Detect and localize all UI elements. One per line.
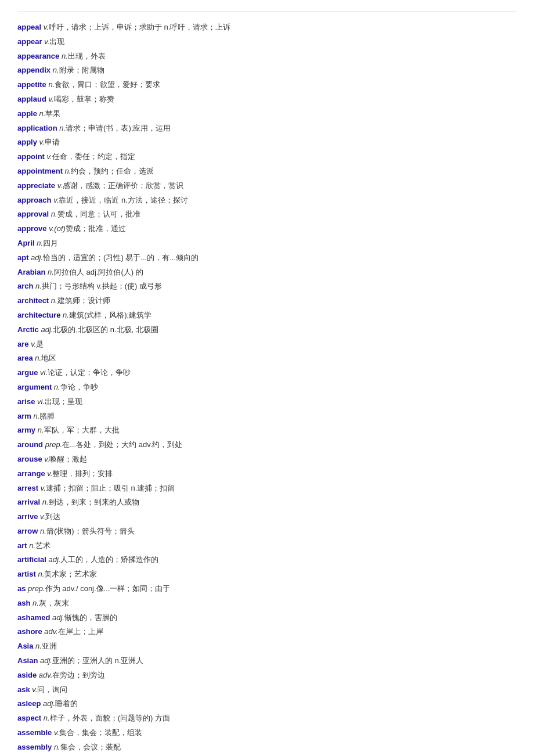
entry-def: 人工的，人造的；矫揉造作的: [60, 555, 158, 564]
entry-def: 建筑师；设计师: [57, 296, 110, 305]
dictionary-entry: appeal v.呼吁，请求；上诉，申诉；求助于 n.呼吁，请求；上诉: [17, 21, 517, 34]
dictionary-entry: artist n.美术家；艺术家: [17, 568, 517, 581]
entry-word: arm: [17, 412, 31, 420]
dictionary-entry: architecture n.建筑(式样，风格);建筑学: [17, 309, 517, 322]
entry-pos: adv.: [37, 671, 52, 679]
entry-pos: n.: [37, 109, 45, 118]
entry-def: 是: [36, 340, 44, 348]
entry-def: 靠近，接近，临近 n.方法，途径；探讨: [59, 196, 187, 204]
entry-word: appointment: [17, 167, 63, 175]
entry-pos: n.: [50, 66, 59, 74]
entry-word: art: [17, 541, 27, 550]
dictionary-entry: approval n.赞成，同意；认可，批准: [17, 208, 517, 221]
entry-pos: adj.: [39, 325, 53, 334]
dictionary-entry: approve v.(of)赞成；批准，通过: [17, 223, 517, 235]
entry-def: 睡着的: [55, 699, 78, 708]
entry-def: 申请: [45, 138, 60, 146]
entry-word: appearance: [17, 52, 59, 60]
entry-pos: v.: [29, 340, 37, 348]
entry-word: appreciate: [17, 181, 55, 190]
dictionary-entry: area n.地区: [17, 352, 517, 365]
entry-def: 赞成；批准，通过: [66, 224, 126, 233]
dictionary-entry: appreciate v.感谢，感激；正确评价；欣赏，赏识: [17, 180, 517, 192]
dictionary-entry: arrow n.箭(状物)；箭头符号；箭头: [17, 525, 517, 538]
entry-word: appear: [17, 37, 42, 46]
dictionary-entry: appendix n.附录；附属物: [17, 64, 517, 77]
entry-word: arouse: [17, 455, 42, 463]
entry-def: 附录；附属物: [59, 66, 104, 74]
entry-word: apt: [17, 253, 29, 262]
entry-pos: v.: [45, 469, 53, 478]
entry-def: 北极的,北极区的 n.北极, 北极圈: [53, 325, 158, 334]
dictionary-entry: art n.艺术: [17, 540, 517, 552]
entry-pos: prep.: [43, 440, 62, 449]
entry-def: 到达: [45, 512, 60, 521]
entry-def: 地区: [41, 354, 56, 362]
entry-pos: n.: [45, 268, 53, 276]
entry-pos: vi.: [35, 397, 45, 406]
dictionary-entry: apply v.申请: [17, 136, 517, 149]
entry-def: 感谢，感激；正确评价；欣赏，赏识: [63, 181, 183, 190]
entry-def: 呼吁，请求；上诉，申诉；求助于 n.呼吁，请求；上诉: [49, 23, 230, 31]
entry-def: 军队，军；大群，大批: [44, 426, 120, 434]
entry-pos: n.: [36, 570, 44, 578]
entry-pos: v.: [38, 512, 45, 521]
entry-pos: v.: [30, 685, 38, 694]
entry-word: arise: [17, 397, 35, 406]
entry-pos: n.: [33, 282, 41, 290]
entry-def: 请求；申请(书，表);应用，运用: [66, 124, 171, 132]
entry-pos: adj.: [41, 699, 55, 708]
entry-def: 任命，委任；约定，指定: [52, 152, 135, 161]
entry-def: 亚洲的；亚洲人的 n.亚洲人: [52, 656, 143, 665]
entry-def: 喝彩，鼓掌；称赞: [54, 95, 114, 103]
entry-def: 惭愧的，害臊的: [64, 613, 117, 622]
entry-def: 约会，预约；任命，选派: [71, 167, 154, 175]
entry-pos: n.: [35, 239, 43, 247]
entry-def: 集会，会议；装配: [60, 743, 121, 751]
entry-pos: v.: [38, 484, 46, 492]
entry-word: April: [17, 239, 35, 247]
entry-pos: v.: [37, 138, 45, 146]
entry-def: 出现，外表: [68, 52, 106, 60]
dictionary-entry: appoint v.任命，委任；约定，指定: [17, 151, 517, 163]
entry-pos: prep.: [26, 584, 45, 593]
dictionary-entry: Asian adj.亚洲的；亚洲人的 n.亚洲人: [17, 655, 517, 667]
entry-word: artist: [17, 570, 36, 578]
entry-word: artificial: [17, 555, 46, 564]
entry-word: architecture: [17, 311, 60, 319]
entry-def: 胳膊: [39, 412, 55, 420]
entry-word: aside: [17, 671, 37, 679]
entry-def: 拱门；弓形结构 v.拱起；(使) 成弓形: [42, 282, 162, 290]
dictionary-entry: assembly n.集会，会议；装配: [17, 741, 517, 754]
entry-def: 在...各处，到处；大约 adv.约，到处: [62, 440, 182, 449]
entry-word: army: [17, 426, 35, 434]
dictionary-entry: arrive v.到达: [17, 511, 517, 523]
entry-def: 唤醒；激起: [49, 455, 87, 463]
entry-pos: n.: [59, 52, 67, 60]
entry-pos: n.: [41, 714, 49, 722]
entry-pos: n.: [40, 498, 48, 506]
dictionary-entry: approach v.靠近，接近，临近 n.方法，途径；探讨: [17, 195, 517, 207]
dictionary-entry: April n.四月: [17, 237, 517, 250]
dictionary-entry: arch n.拱门；弓形结构 v.拱起；(使) 成弓形: [17, 280, 517, 293]
entry-word: Arctic: [17, 325, 39, 334]
dictionary-entry: Asia n.亚洲: [17, 640, 517, 653]
entry-pos: n.: [27, 541, 35, 550]
dictionary-entry: aspect n.样子，外表，面貌；(问题等的) 方面: [17, 712, 517, 725]
dictionary-entry: arrival n.到达，到来；到来的人或物: [17, 496, 517, 509]
dictionary-entry: Arabian n.阿拉伯人 adj.阿拉伯(人) 的: [17, 267, 517, 279]
entries-container: appeal v.呼吁，请求；上诉，申诉；求助于 n.呼吁，请求；上诉appea…: [17, 21, 517, 756]
entry-pos: n.: [33, 642, 41, 650]
dictionary-entry: artificial adj.人工的，人造的；矫揉造作的: [17, 554, 517, 566]
entry-pos: n.: [52, 383, 60, 391]
entry-word: ash: [17, 599, 30, 607]
entry-pos: n.: [57, 124, 66, 132]
entry-pos: n.: [63, 167, 71, 175]
entry-word: arch: [17, 282, 33, 290]
dictionary-entry: ask v.问，询问: [17, 684, 517, 696]
dictionary-entry: appear v.出现: [17, 36, 517, 48]
entry-word: application: [17, 124, 57, 132]
entry-pos: v.: [42, 37, 50, 46]
entry-word: arrival: [17, 498, 40, 506]
entry-word: ashamed: [17, 613, 50, 622]
